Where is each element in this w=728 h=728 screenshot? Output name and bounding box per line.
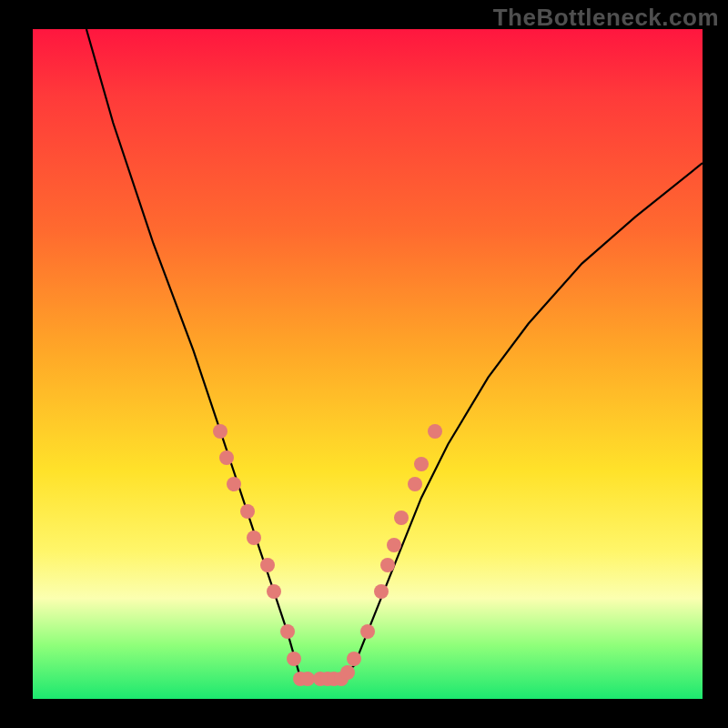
highlight-dot — [347, 652, 361, 666]
highlight-dot — [408, 477, 422, 491]
chart-frame: TheBottleneck.com — [0, 0, 728, 728]
highlight-dot — [374, 584, 389, 599]
bottleneck-curve — [33, 29, 703, 699]
watermark-text: TheBottleneck.com — [493, 4, 719, 32]
highlight-dot — [240, 504, 255, 519]
highlight-dot — [280, 624, 295, 639]
highlight-dot — [260, 558, 275, 572]
highlight-dot — [213, 424, 228, 439]
highlight-dot — [394, 511, 409, 525]
highlight-dot — [428, 424, 442, 439]
highlight-dot — [300, 672, 315, 686]
highlight-dot — [380, 558, 395, 572]
plot-area — [33, 29, 703, 699]
highlight-dot — [287, 652, 301, 666]
highlight-dot — [340, 665, 355, 680]
